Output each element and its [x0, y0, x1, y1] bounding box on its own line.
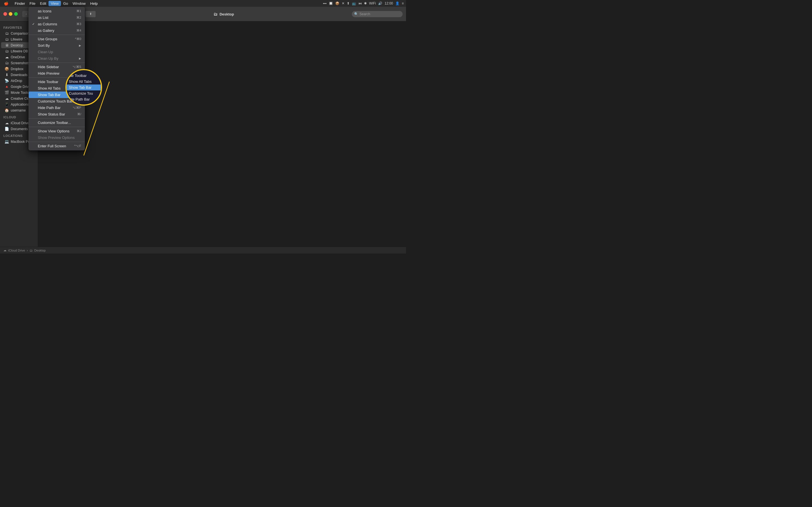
menu-item-show-status-bar[interactable]: Show Status Bar⌘/ [29, 111, 85, 117]
sidebar-label: AirDrop [11, 79, 22, 83]
magnifier-zoom: ide ToolbarShow All TabsShow Tab BarCust… [65, 69, 102, 106]
folder-icon: 🗂 [213, 12, 217, 16]
icloud-status-icon: ☁ [3, 248, 6, 252]
menu-shortcut: ⌘/ [77, 112, 81, 116]
menu-item-enter-full-screen[interactable]: Enter Full Screen^⌥F [29, 143, 85, 149]
menu-item-customize-toolbar[interactable]: Customize Toolbar... [29, 119, 85, 126]
sidebar-label: username [11, 108, 26, 112]
creative-icon: ☁ [4, 96, 9, 101]
menubar-right-icons: ▪▪▪ 🔲 📦 ✕ ⬆ 📺 ⏮ ✱ WiFi 🔊 12:00 👤 ≡ [323, 1, 404, 5]
main-content [38, 21, 406, 247]
share-button[interactable]: ⬆ [86, 11, 96, 17]
menu-separator [29, 127, 85, 127]
dropbox-icon: 📦 [4, 67, 9, 71]
menu-item-label: Show All Tabs [38, 86, 61, 91]
airdrop-icon: 📡 [4, 78, 9, 83]
search-bar[interactable]: 🔍 Search [352, 11, 403, 17]
traffic-lights [3, 12, 18, 16]
icloud-drive-label: iCloud Drive [8, 249, 25, 252]
menu-item-hide-sidebar[interactable]: Hide Sidebar⌥⌘S [29, 64, 85, 70]
menu-item-label: Use Groups [38, 37, 57, 41]
menu-item-label: as List [38, 15, 49, 20]
avatar[interactable]: 👤 [395, 1, 400, 5]
menu-item-as-columns[interactable]: ✓as Columns⌘3 [29, 21, 85, 27]
sidebar-label: Lifewire DB [11, 49, 28, 53]
folder-icon: 🗂 [4, 61, 9, 65]
control-center-icon[interactable]: ≡ [402, 1, 404, 5]
dropbox-icon[interactable]: 📦 [335, 1, 340, 5]
menu-item-label: Clean Up By [38, 56, 58, 61]
icloud-icon: ☁ [4, 121, 9, 125]
menu-item-label: Hide Path Bar [38, 106, 61, 110]
menu-shortcut: ⌘1 [77, 9, 81, 13]
airplay-icon[interactable]: 📺 [352, 1, 356, 5]
menu-item-label: Show Status Bar [38, 112, 65, 116]
sidebar-label: Documents [11, 127, 28, 131]
desktop-folder-icon: 🗂 [30, 249, 33, 252]
menu-item-hide-path-bar[interactable]: Hide Path Bar⌥⌘P [29, 105, 85, 111]
menubar-edit[interactable]: Edit [38, 1, 49, 6]
menu-item-label: Customize Toolbar... [38, 121, 71, 125]
submenu-arrow-icon: ▶ [79, 44, 81, 47]
menu-item-sort-by[interactable]: Sort By▶ [29, 42, 85, 49]
apple-menu[interactable]: 🍎 [2, 1, 10, 6]
minimize-button[interactable] [9, 12, 12, 16]
menu-item-label: Clean Up [38, 50, 53, 54]
menubar-window[interactable]: Window [70, 1, 88, 6]
magnifier-item: Show Tab Bar [66, 84, 101, 91]
macbook-icon: 💻 [4, 139, 9, 144]
upload-icon[interactable]: ⬆ [347, 1, 350, 5]
menu-item-as-gallery[interactable]: as Gallery⌘4 [29, 27, 85, 34]
folder-icon: 🗂 [4, 49, 9, 53]
clock: 12:00 [385, 1, 393, 5]
menubar-finder[interactable]: Finder [12, 1, 28, 6]
volume-icon[interactable]: 🔊 [378, 1, 382, 5]
window-title: Desktop [220, 12, 234, 16]
timemachine-icon[interactable]: ⏮ [358, 1, 362, 5]
menu-item-show-preview-options: Show Preview Options [29, 134, 85, 141]
menu-item-label: Enter Full Screen [38, 144, 66, 148]
bluetooth-icon[interactable]: ✱ [364, 1, 367, 5]
menu-item-label: Show View Options [38, 129, 70, 133]
menu-item-as-list[interactable]: as List⌘2 [29, 14, 85, 21]
search-placeholder: Search [359, 12, 370, 16]
menu-separator [29, 118, 85, 119]
path-separator: › [27, 249, 28, 252]
magnifier-item: Show All Tabs [66, 78, 101, 84]
menu-shortcut: ⌥⌘P [72, 106, 81, 110]
setapp-icon[interactable]: ✕ [342, 1, 345, 5]
menubar-help[interactable]: Help [88, 1, 100, 6]
sidebar-label: iCloud Drive [11, 121, 29, 125]
sidebar-label: Google Drive [11, 85, 31, 89]
menu-item-use-groups[interactable]: Use Groups^⌘0 [29, 36, 85, 42]
onedrive-icon: ☁ [4, 55, 9, 59]
menu-separator [29, 62, 85, 63]
menu-item-as-icons[interactable]: as Icons⌘1 [29, 8, 85, 14]
menu-item-label: as Icons [38, 9, 51, 13]
menubar-go[interactable]: Go [61, 1, 70, 6]
menubar-file[interactable]: File [28, 1, 38, 6]
desktop-folder-label: Desktop [35, 249, 46, 252]
applications-icon: 📱 [4, 102, 9, 107]
menu-shortcut: ^⌘0 [75, 37, 81, 41]
menubar: 🍎 Finder File Edit View Go Window Help ▪… [0, 0, 406, 7]
sidebar-label: OneDrive [11, 55, 25, 59]
menu-item-label: Hide Sidebar [38, 65, 59, 69]
close-button[interactable] [3, 12, 7, 16]
menu-shortcut: ⌘2 [77, 16, 81, 19]
notification-icon[interactable]: 🔲 [329, 1, 333, 5]
wifi-icon[interactable]: WiFi [369, 1, 376, 5]
menu-item-clean-up-by: Clean Up By▶ [29, 55, 85, 62]
menu-item-show-view-options[interactable]: Show View Options⌘J [29, 128, 85, 134]
maximize-button[interactable] [14, 12, 18, 16]
sidebar-label: Applications [11, 103, 29, 107]
search-icon: 🔍 [354, 12, 358, 16]
sidebar-label: Movie Tools [11, 91, 29, 95]
menu-item-label: as Gallery [38, 29, 54, 33]
menubar-view[interactable]: View [49, 1, 61, 6]
menu-shortcut: ^⌥F [74, 144, 81, 148]
menu-item-label: Hide Preview [38, 71, 59, 75]
menu-item-label: as Columns [38, 22, 57, 26]
menu-shortcut: ⌘4 [77, 29, 81, 33]
googledrive-icon: 🔺 [4, 84, 9, 89]
